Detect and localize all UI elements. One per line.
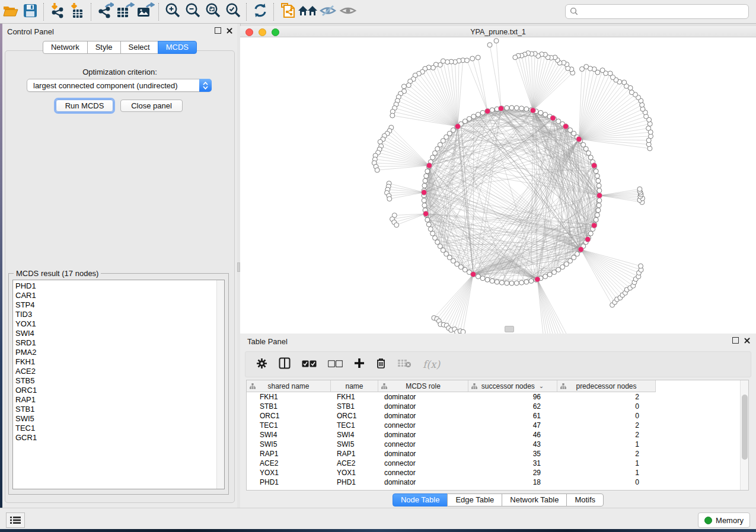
graph-node[interactable]	[423, 178, 428, 183]
column-header-MCDS-role[interactable]: MCDS role	[378, 380, 468, 392]
cell-name[interactable]: ACE2	[331, 459, 378, 467]
graph-node[interactable]	[494, 39, 499, 43]
graph-node[interactable]	[637, 187, 642, 191]
task-history-button[interactable]	[6, 512, 25, 528]
graph-node[interactable]	[538, 110, 543, 115]
cell-successor-nodes[interactable]: 96	[468, 393, 557, 401]
graph-node[interactable]	[430, 155, 435, 160]
graph-node[interactable]	[519, 280, 524, 285]
import-network-button[interactable]	[47, 2, 68, 21]
column-header-successor-nodes[interactable]: successor nodes⌄	[468, 380, 557, 392]
graph-node[interactable]	[401, 84, 406, 89]
hide-selected-button[interactable]	[318, 2, 338, 21]
mcds-result-item[interactable]: SWI4	[15, 329, 216, 338]
clone-network-button[interactable]	[277, 2, 298, 21]
graph-node[interactable]	[597, 188, 602, 193]
table-vscroll-thumb[interactable]	[742, 395, 748, 460]
graph-node[interactable]	[470, 56, 475, 61]
graph-mcds-node[interactable]	[471, 271, 476, 277]
cell-name[interactable]: TEC1	[331, 421, 378, 430]
import-table-button[interactable]	[68, 2, 88, 21]
mcds-result-item[interactable]: PHD1	[15, 281, 216, 291]
cell-shared-name[interactable]: PHD1	[247, 478, 331, 486]
table-row[interactable]: TEC1TEC1connector472	[247, 421, 741, 430]
close-panel-icon[interactable]	[227, 28, 232, 34]
mcds-result-item[interactable]: PMA2	[15, 348, 216, 357]
graph-node[interactable]	[505, 105, 509, 110]
export-image-button[interactable]	[135, 2, 155, 21]
graph-node[interactable]	[519, 106, 524, 111]
search-input[interactable]	[565, 4, 749, 19]
network-hscroll-thumb[interactable]	[505, 326, 514, 332]
mcds-result-item[interactable]: SRD1	[15, 338, 216, 348]
mcds-result-item[interactable]: RAP1	[15, 395, 216, 405]
graph-node[interactable]	[594, 217, 598, 222]
graph-node[interactable]	[487, 43, 492, 47]
graph-node[interactable]	[509, 281, 514, 286]
graph-node[interactable]	[596, 183, 601, 188]
graph-node[interactable]	[509, 105, 514, 110]
graph-node[interactable]	[524, 107, 529, 111]
graph-node[interactable]	[514, 281, 519, 286]
graph-mcds-node[interactable]	[592, 163, 597, 168]
graph-node[interactable]	[490, 108, 495, 113]
table-row[interactable]: SWI5SWI5connector431	[247, 440, 741, 449]
table-tab-network-table[interactable]: Network Table	[502, 493, 567, 507]
graph-node[interactable]	[471, 114, 476, 119]
cell-MCDS-role[interactable]: dominator	[378, 412, 468, 420]
graph-node[interactable]	[514, 105, 519, 110]
table-row[interactable]: FKH1FKH1dominator962	[247, 392, 741, 402]
export-network-button[interactable]	[95, 2, 115, 21]
cell-successor-nodes[interactable]: 29	[468, 469, 557, 477]
mcds-result-item[interactable]: SWI5	[15, 414, 216, 424]
graph-node[interactable]	[476, 112, 480, 117]
close-panel-button[interactable]: Close panel	[120, 100, 183, 112]
table-settings-button[interactable]	[256, 358, 267, 371]
graph-mcds-node[interactable]	[455, 124, 460, 129]
graph-node[interactable]	[588, 231, 593, 236]
cell-shared-name[interactable]: TEC1	[247, 421, 331, 430]
delete-column-button[interactable]	[376, 357, 386, 371]
graph-node[interactable]	[543, 274, 548, 279]
graph-node[interactable]	[543, 112, 548, 117]
zoom-in-button[interactable]	[162, 2, 183, 21]
graph-mcds-node[interactable]	[576, 136, 582, 142]
graph-node[interactable]	[499, 280, 504, 285]
create-column-button[interactable]	[354, 358, 365, 371]
graph-node[interactable]	[461, 329, 465, 334]
mcds-result-item[interactable]: STP4	[15, 300, 216, 310]
graph-node[interactable]	[462, 267, 467, 272]
graph-node[interactable]	[597, 198, 602, 203]
tab-select[interactable]: Select	[120, 41, 158, 54]
cell-predecessor-nodes[interactable]: 2	[557, 431, 656, 439]
graph-node[interactable]	[586, 150, 591, 155]
cell-successor-nodes[interactable]: 61	[468, 412, 557, 420]
cell-successor-nodes[interactable]: 46	[468, 431, 557, 439]
cell-predecessor-nodes[interactable]: 0	[557, 478, 656, 486]
cell-MCDS-role[interactable]: dominator	[378, 431, 468, 439]
cell-predecessor-nodes[interactable]: 2	[557, 421, 656, 430]
apply-layout-button[interactable]	[250, 2, 270, 21]
graph-mcds-node[interactable]	[423, 211, 429, 216]
graph-node[interactable]	[435, 146, 440, 151]
float-window-icon[interactable]	[732, 337, 739, 344]
unselect-all-columns-button[interactable]	[328, 359, 343, 370]
graph-node[interactable]	[387, 197, 392, 201]
graph-node[interactable]	[552, 270, 557, 275]
graph-mcds-node[interactable]	[535, 277, 540, 282]
save-session-button[interactable]	[20, 2, 40, 21]
graph-node[interactable]	[608, 71, 613, 76]
table-row[interactable]: ORC1ORC1dominator610	[247, 411, 741, 421]
zoom-fit-button[interactable]	[203, 2, 223, 21]
network-graph[interactable]	[240, 37, 756, 334]
tab-mcds[interactable]: MCDS	[158, 41, 197, 54]
cell-name[interactable]: YOX1	[331, 469, 378, 477]
graph-node[interactable]	[622, 80, 627, 85]
mcds-result-item[interactable]: GCR1	[15, 433, 216, 443]
graph-node[interactable]	[646, 126, 651, 131]
graph-node[interactable]	[406, 83, 411, 88]
column-header-shared-name[interactable]: shared name	[247, 380, 331, 392]
graph-node[interactable]	[467, 117, 471, 121]
export-table-button[interactable]	[115, 2, 135, 21]
table-vscrollbar[interactable]	[740, 380, 748, 490]
